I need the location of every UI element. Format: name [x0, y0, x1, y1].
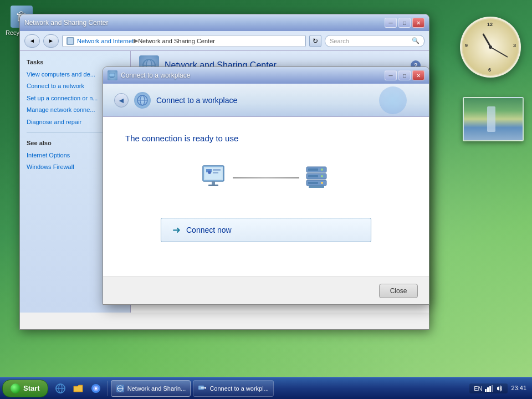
- svg-point-19: [208, 171, 211, 174]
- network-tray-icon: [484, 385, 493, 392]
- breadcrumb-part1: Network and Internet: [77, 38, 134, 44]
- pc-svg: [198, 161, 232, 195]
- svg-rect-43: [487, 387, 489, 392]
- svg-point-24: [321, 175, 323, 177]
- minimize-button[interactable]: ─: [385, 18, 397, 28]
- start-orb-icon: [11, 383, 21, 393]
- svg-point-23: [321, 168, 323, 171]
- connect-now-button[interactable]: ➜ Connect now: [161, 218, 371, 242]
- clock-num-3: 3: [513, 43, 516, 48]
- dialog-title-icon: [108, 70, 117, 80]
- volume-icon: [495, 385, 503, 392]
- dialog-minimize-button[interactable]: ─: [385, 70, 397, 80]
- back-button[interactable]: ◄: [24, 34, 40, 48]
- taskbar-connect-workplace-label: Connect to a workpl...: [209, 385, 268, 392]
- svg-rect-44: [489, 386, 491, 392]
- svg-rect-27: [308, 175, 318, 177]
- search-icon: 🔍: [412, 37, 420, 44]
- svg-rect-28: [308, 182, 318, 184]
- workplace-icon: [109, 71, 116, 79]
- dialog-close-button[interactable]: ✕: [412, 70, 424, 80]
- connection-line: [233, 177, 299, 178]
- breadcrumb-sep: ▶: [134, 37, 138, 44]
- taskbar-network-sharing-btn[interactable]: Network and Sharin...: [111, 380, 191, 397]
- connect-to-workplace-dialog: Connect to a workplace ─ □ ✕ ◄ Connect t…: [103, 66, 429, 305]
- photo-waterfall-image: [464, 98, 523, 140]
- language-indicator: EN: [474, 385, 482, 392]
- breadcrumb-part2: Network and Sharing Center: [138, 38, 215, 44]
- svg-point-35: [95, 387, 97, 390]
- svg-rect-16: [213, 172, 218, 173]
- clock-center: [489, 45, 492, 49]
- dialog-titlebar-buttons: ─ □ ✕: [385, 70, 424, 80]
- taskbar-folder-icon[interactable]: [69, 380, 87, 397]
- clock-num-12: 12: [487, 22, 493, 27]
- svg-rect-42: [485, 389, 487, 392]
- dialog-network-globe-icon: [136, 94, 149, 106]
- start-button[interactable]: Start: [2, 380, 48, 397]
- svg-rect-15: [213, 169, 221, 171]
- titlebar-buttons: ─ □ ✕: [385, 18, 424, 28]
- taskbar-browser-icon[interactable]: [87, 380, 105, 397]
- main-window-titlebar: Network and Sharing Center ─ □ ✕: [20, 14, 429, 31]
- ie-icon: [55, 383, 66, 394]
- address-bar: ◄ ► Network and Internet ▶ Network and S…: [20, 31, 429, 51]
- dialog-close-action-button[interactable]: Close: [379, 284, 418, 298]
- dialog-body: The connection is ready to use: [103, 117, 429, 277]
- address-icon: [66, 37, 75, 45]
- svg-rect-17: [212, 181, 215, 185]
- svg-point-25: [321, 182, 323, 184]
- connect-now-arrow-icon: ➜: [172, 224, 181, 236]
- refresh-button[interactable]: ↻: [309, 35, 321, 47]
- dialog-header-title: Connect to a workplace: [156, 96, 237, 105]
- address-field[interactable]: Network and Internet ▶ Network and Shari…: [62, 35, 306, 47]
- clock-minute-hand: [490, 47, 508, 58]
- svg-rect-6: [110, 77, 114, 78]
- system-tray: EN: [469, 383, 508, 393]
- connect-now-label: Connect now: [186, 226, 232, 234]
- main-window-title: Network and Sharing Center: [24, 19, 385, 27]
- maximize-button[interactable]: □: [398, 18, 411, 28]
- folder-icon: [73, 383, 84, 394]
- local-computer-icon: [197, 160, 233, 196]
- dialog-footer: Close: [103, 277, 429, 304]
- browser-icon: [90, 383, 101, 394]
- svg-marker-41: [205, 387, 206, 389]
- start-label: Start: [23, 384, 40, 392]
- clock-num-6: 6: [488, 67, 491, 73]
- close-button[interactable]: ✕: [412, 18, 424, 28]
- taskbar-network-sharing-label: Network and Sharin...: [127, 385, 186, 392]
- svg-rect-29: [309, 186, 324, 188]
- taskbar-ie-icon[interactable]: [52, 380, 69, 397]
- search-placeholder: Search: [330, 38, 349, 44]
- server-svg: [301, 161, 334, 195]
- forward-button[interactable]: ►: [43, 34, 59, 48]
- dialog-back-button[interactable]: ◄: [114, 93, 129, 108]
- svg-rect-47: [497, 387, 499, 390]
- connection-ready-text: The connection is ready to use: [125, 134, 238, 143]
- clock-num-9: 9: [465, 43, 468, 48]
- taskbar-time: 23:41: [511, 384, 526, 392]
- taskbar: Start Network and Sharin...: [0, 377, 532, 399]
- svg-rect-18: [208, 185, 218, 186]
- clock-widget: 12 3 6 9: [460, 17, 521, 78]
- search-field[interactable]: Search 🔍: [325, 35, 424, 47]
- dialog-titlebar: Connect to a workplace ─ □ ✕: [103, 67, 429, 84]
- taskbar-connect-workplace-btn[interactable]: Connect to a workpl...: [193, 380, 273, 397]
- dialog-maximize-button[interactable]: □: [398, 70, 411, 80]
- photo-widget: [463, 97, 524, 141]
- taskbar-network-icon: [116, 384, 125, 393]
- dialog-header-icon: [134, 92, 151, 109]
- svg-rect-26: [308, 168, 318, 171]
- dialog-header: ◄ Connect to a workplace: [103, 84, 429, 117]
- taskbar-clock: 23:41: [511, 384, 526, 392]
- dialog-title-text: Connect to a workplace: [121, 71, 385, 79]
- svg-rect-45: [492, 385, 493, 392]
- svg-rect-1: [68, 38, 73, 44]
- taskbar-connect-icon: [198, 384, 207, 393]
- taskbar-divider: [107, 381, 108, 396]
- taskbar-right: EN 23:41: [469, 383, 530, 393]
- remote-server-icon: [299, 160, 335, 196]
- connection-diagram: [197, 160, 335, 196]
- clock-face: 12 3 6 9: [463, 19, 518, 75]
